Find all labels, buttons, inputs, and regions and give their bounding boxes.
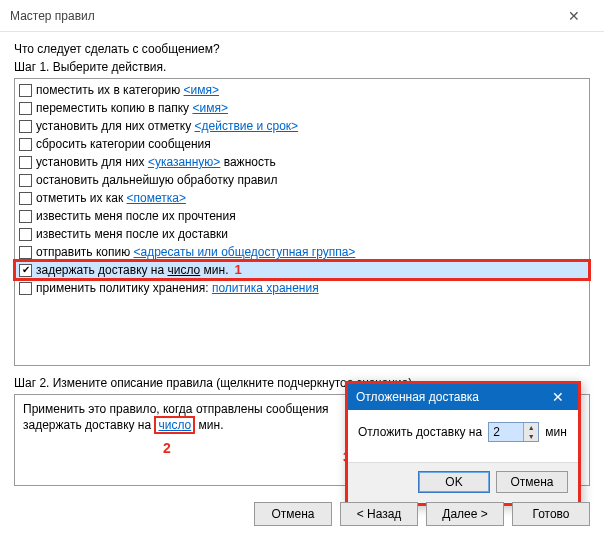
desc-link-number[interactable]: число — [154, 416, 195, 434]
action-text: задержать доставку на число мин. — [36, 261, 229, 279]
action-checkbox[interactable] — [19, 102, 32, 115]
action-row[interactable]: задержать доставку на число мин.1 — [15, 261, 589, 279]
annotation-marker-1: 1 — [235, 261, 242, 279]
action-checkbox[interactable] — [19, 246, 32, 259]
close-icon[interactable]: ✕ — [552, 1, 596, 31]
action-checkbox[interactable] — [19, 192, 32, 205]
action-link[interactable]: <имя> — [192, 101, 227, 115]
close-icon[interactable]: ✕ — [538, 384, 578, 410]
action-checkbox[interactable] — [19, 264, 32, 277]
action-row[interactable]: сбросить категории сообщения — [15, 135, 589, 153]
back-button[interactable]: < Назад — [340, 502, 418, 526]
action-checkbox[interactable] — [19, 174, 32, 187]
action-row[interactable]: известить меня после их доставки — [15, 225, 589, 243]
action-text: переместить копию в папку <имя> — [36, 99, 228, 117]
prompt-text: Что следует сделать с сообщением? — [14, 42, 590, 56]
desc-line2-post: мин. — [195, 418, 223, 432]
action-underlined[interactable]: число — [167, 263, 200, 277]
minutes-input[interactable] — [489, 423, 523, 441]
action-checkbox[interactable] — [19, 282, 32, 295]
desc-line2-pre: задержать доставку на — [23, 418, 154, 432]
action-link[interactable]: <указанную> — [148, 155, 221, 169]
next-button[interactable]: Далее > — [426, 502, 504, 526]
action-checkbox[interactable] — [19, 138, 32, 151]
action-row[interactable]: установить для них <указанную> важность — [15, 153, 589, 171]
spinner-buttons[interactable]: ▲ ▼ — [523, 423, 538, 441]
popup-titlebar: Отложенная доставка ✕ — [348, 384, 578, 410]
finish-button[interactable]: Готово — [512, 502, 590, 526]
action-row[interactable]: поместить их в категорию <имя> — [15, 81, 589, 99]
window-title: Мастер правил — [10, 9, 552, 23]
action-row[interactable]: отметить их как <пометка> — [15, 189, 589, 207]
action-row[interactable]: применить политику хранения: политика хр… — [15, 279, 589, 297]
action-text: установить для них <указанную> важность — [36, 153, 276, 171]
action-checkbox[interactable] — [19, 228, 32, 241]
action-row[interactable]: установить для них отметку <действие и с… — [15, 117, 589, 135]
cancel-button[interactable]: Отмена — [254, 502, 332, 526]
action-link[interactable]: политика хранения — [212, 281, 319, 295]
action-text: известить меня после их доставки — [36, 225, 228, 243]
wizard-footer-buttons: Отмена < Назад Далее > Готово — [254, 502, 590, 526]
popup-button-row: OK Отмена — [348, 462, 578, 503]
action-text: поместить их в категорию <имя> — [36, 81, 219, 99]
action-checkbox[interactable] — [19, 120, 32, 133]
titlebar: Мастер правил ✕ — [0, 0, 604, 32]
action-row[interactable]: известить меня после их прочтения — [15, 207, 589, 225]
spinner-up-icon[interactable]: ▲ — [524, 423, 538, 432]
popup-cancel-button[interactable]: Отмена — [496, 471, 568, 493]
action-row[interactable]: отправить копию <адресаты или общедоступ… — [15, 243, 589, 261]
popup-body: Отложить доставку на ▲ ▼ мин — [348, 410, 578, 462]
action-link[interactable]: <пометка> — [127, 191, 186, 205]
action-checkbox[interactable] — [19, 210, 32, 223]
action-text: установить для них отметку <действие и с… — [36, 117, 298, 135]
action-text: отправить копию <адресаты или общедоступ… — [36, 243, 355, 261]
action-text: известить меня после их прочтения — [36, 207, 236, 225]
popup-title-text: Отложенная доставка — [356, 390, 479, 404]
spinner-down-icon[interactable]: ▼ — [524, 432, 538, 441]
defer-label-pre: Отложить доставку на — [358, 425, 482, 439]
action-checkbox[interactable] — [19, 84, 32, 97]
action-link[interactable]: <адресаты или общедоступная группа> — [134, 245, 356, 259]
action-text: сбросить категории сообщения — [36, 135, 211, 153]
action-link[interactable]: <имя> — [184, 83, 219, 97]
action-link[interactable]: <действие и срок> — [195, 119, 299, 133]
minutes-spinner[interactable]: ▲ ▼ — [488, 422, 539, 442]
action-text: применить политику хранения: политика хр… — [36, 279, 319, 297]
deferred-delivery-dialog: Отложенная доставка ✕ Отложить доставку … — [345, 381, 581, 506]
step1-label: Шаг 1. Выберите действия. — [14, 60, 590, 74]
ok-button[interactable]: OK — [418, 471, 490, 493]
defer-label-post: мин — [545, 425, 567, 439]
actions-listbox[interactable]: поместить их в категорию <имя>переместит… — [14, 78, 590, 366]
action-row[interactable]: остановить дальнейшую обработку правил — [15, 171, 589, 189]
annotation-marker-2: 2 — [163, 440, 171, 456]
action-text: отметить их как <пометка> — [36, 189, 186, 207]
defer-field-row: Отложить доставку на ▲ ▼ мин — [358, 422, 568, 442]
action-text: остановить дальнейшую обработку правил — [36, 171, 277, 189]
action-row[interactable]: переместить копию в папку <имя> — [15, 99, 589, 117]
action-checkbox[interactable] — [19, 156, 32, 169]
